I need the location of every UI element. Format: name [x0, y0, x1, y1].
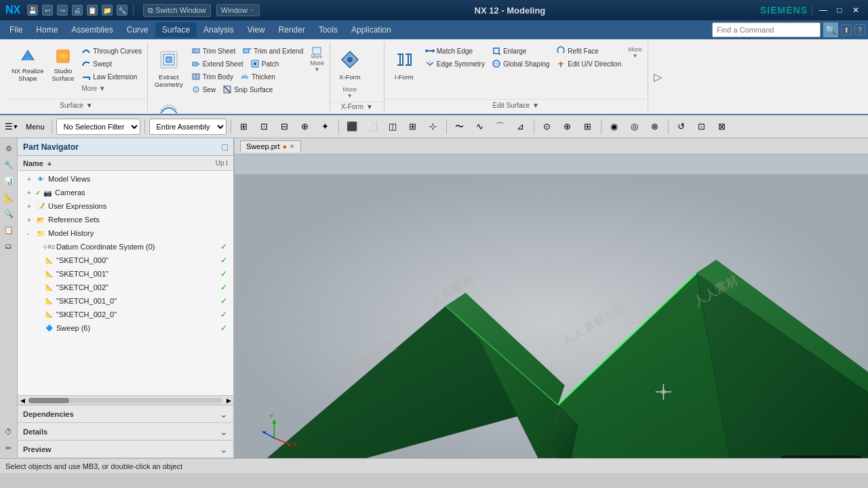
details-section[interactable]: Details ⌄: [18, 423, 233, 441]
sidebar-icon-history[interactable]: 📋: [1, 222, 16, 237]
expander-reference-sets[interactable]: +: [27, 216, 35, 224]
snap-btn3[interactable]: ⊟: [276, 118, 294, 136]
selection-filter-dropdown[interactable]: No Selection Filter: [56, 119, 140, 135]
refit-face-button[interactable]: Refit Face: [553, 45, 624, 57]
expander-cameras[interactable]: +: [27, 189, 35, 197]
xform-button[interactable]: X-Form: [333, 45, 367, 83]
extra-btn3[interactable]: ⊠: [713, 118, 731, 136]
horizontal-scrollbar[interactable]: ◀ ▶: [18, 395, 233, 405]
sew-button[interactable]: Sew: [189, 83, 218, 96]
edit-uv-direction-button[interactable]: Edit U/V Direction: [553, 58, 624, 70]
tb-btn4[interactable]: 📋: [87, 5, 98, 16]
snap-btn4[interactable]: ⊕: [296, 118, 314, 136]
ribbon-more-button[interactable]: ▷: [651, 69, 665, 85]
scroll-track[interactable]: [28, 398, 222, 403]
view-btn4[interactable]: ⊞: [404, 118, 422, 136]
menu-file[interactable]: File: [3, 22, 29, 37]
command-search-input[interactable]: [712, 22, 821, 37]
viewport-tab-sweep[interactable]: Sweep.prt ● ✕: [240, 140, 301, 152]
misc-btn3[interactable]: ⊞: [579, 118, 597, 136]
sidebar-icon-nav[interactable]: 🗂: [1, 239, 16, 253]
i-form-button[interactable]: I-Form: [387, 45, 421, 83]
menu-button[interactable]: ☰ ▼: [3, 118, 20, 136]
view-btn1[interactable]: ⬛: [343, 118, 361, 136]
more-edit-surface-button[interactable]: More ▼: [625, 45, 645, 83]
menu-view[interactable]: View: [241, 22, 272, 37]
sidebar-icon-edit[interactable]: ✏: [1, 441, 16, 455]
help-expand-btn[interactable]: ⬆: [841, 24, 852, 35]
maximize-button[interactable]: □: [833, 3, 846, 17]
trim-sheet-button[interactable]: Trim Sheet: [189, 45, 239, 57]
misc-btn1[interactable]: ⊙: [538, 118, 556, 136]
tree-node-model-views[interactable]: + 👁 Model Views: [18, 172, 233, 186]
menu-home[interactable]: Home: [29, 22, 64, 37]
surface-group-label[interactable]: Surface ▼: [7, 99, 146, 111]
match-edge-button[interactable]: Match Edge: [422, 45, 488, 57]
dependencies-section[interactable]: Dependencies ⌄: [18, 405, 233, 423]
menu-surface[interactable]: Surface: [155, 22, 197, 37]
search-button[interactable]: 🔍: [823, 22, 838, 37]
expander-model-views[interactable]: +: [27, 176, 35, 183]
nx-realize-shape-button[interactable]: NX RealizeShape: [8, 45, 47, 85]
extra-btn2[interactable]: ⊡: [693, 118, 711, 136]
more-surface-button[interactable]: More ▼: [79, 83, 144, 94]
scroll-right-arrow[interactable]: ▶: [224, 396, 233, 405]
edge-symmetry-button[interactable]: Edge Symmetry: [422, 58, 488, 70]
viewport-tab-close[interactable]: ✕: [290, 143, 295, 150]
sidebar-icon-view1[interactable]: 📊: [1, 174, 16, 188]
scroll-left-arrow[interactable]: ◀: [18, 396, 27, 405]
snap-btn2[interactable]: ⊡: [256, 118, 273, 136]
snap-btn1[interactable]: ⊞: [235, 118, 253, 136]
more-xform-button[interactable]: More ▼: [340, 85, 359, 100]
tree-node-sketch-002[interactable]: 📐 "SKETCH_002" ✓: [18, 281, 233, 294]
expander-model-history[interactable]: -: [27, 230, 35, 237]
close-button[interactable]: ✕: [849, 3, 863, 17]
swept-button[interactable]: Swept: [79, 58, 144, 70]
tree-node-sketch-001[interactable]: 📐 "SKETCH_001" ✓: [18, 267, 233, 281]
menu-render[interactable]: Render: [272, 22, 312, 37]
menu-tools[interactable]: Tools: [312, 22, 344, 37]
sidebar-icon-time[interactable]: ⏱: [1, 424, 16, 439]
global-shaping-button[interactable]: Global Shaping: [489, 58, 552, 70]
xform-group-label[interactable]: X-Form ▼: [332, 102, 382, 111]
tree-node-cameras[interactable]: + ✓ 📷 Cameras: [18, 186, 233, 199]
menu-application[interactable]: Application: [344, 22, 398, 37]
menu-assemblies[interactable]: Assemblies: [64, 22, 119, 37]
curve-btn4[interactable]: ⊿: [512, 118, 530, 136]
preview-section[interactable]: Preview ⌄: [18, 441, 233, 458]
help-btn[interactable]: ?: [854, 24, 865, 35]
tb-btn3[interactable]: 🖨: [72, 5, 83, 16]
thicken-button[interactable]: Thicken: [237, 70, 278, 83]
minimize-button[interactable]: —: [816, 3, 830, 17]
sidebar-icon-settings[interactable]: ⚙: [1, 141, 16, 156]
redo-btn[interactable]: ↪: [57, 5, 68, 16]
more-surface-ops-button[interactable]: More ▼ More ▼: [307, 45, 327, 74]
render-btn3[interactable]: ⊗: [646, 118, 664, 136]
menu-analysis[interactable]: Analysis: [197, 22, 241, 37]
switch-window-button[interactable]: ⧉ Switch Window: [143, 4, 211, 17]
trim-body-button[interactable]: Trim Body: [189, 70, 236, 83]
tree-node-datum-coord[interactable]: ⊹Kc Datum Coordinate System (0) ✓: [18, 240, 233, 253]
curve-btn3[interactable]: ⌒: [492, 118, 509, 136]
misc-btn2[interactable]: ⊕: [559, 118, 576, 136]
expander-user-expressions[interactable]: +: [27, 203, 35, 210]
view-btn3[interactable]: ◫: [384, 118, 401, 136]
tree-node-model-history[interactable]: - 📁 Model History: [18, 226, 233, 240]
viewport[interactable]: Sweep.prt ● ✕: [235, 138, 868, 458]
save-btn[interactable]: 💾: [27, 5, 38, 16]
tree-node-sweep-6[interactable]: 🔷 Sweep (6) ✓: [18, 321, 233, 335]
law-extension-button[interactable]: Law Extension: [79, 70, 144, 83]
tree-node-user-expressions[interactable]: + 📝 User Expressions: [18, 199, 233, 213]
tb-btn6[interactable]: 🔧: [117, 5, 127, 16]
window-button[interactable]: Window ▼: [216, 4, 260, 16]
edit-surface-group-label[interactable]: Edit Surface ▼: [386, 99, 646, 111]
tree-node-reference-sets[interactable]: + 📂 Reference Sets: [18, 213, 233, 226]
scroll-thumb[interactable]: [28, 398, 69, 403]
patch-button[interactable]: Patch: [248, 58, 282, 70]
tb-btn5[interactable]: 📁: [102, 5, 113, 16]
through-curves-button[interactable]: Through Curves: [79, 45, 144, 57]
extend-sheet-button[interactable]: Extend Sheet: [189, 58, 246, 70]
undo-btn[interactable]: ↩: [42, 5, 53, 16]
render-btn1[interactable]: ◉: [606, 118, 623, 136]
render-btn2[interactable]: ◎: [626, 118, 644, 136]
